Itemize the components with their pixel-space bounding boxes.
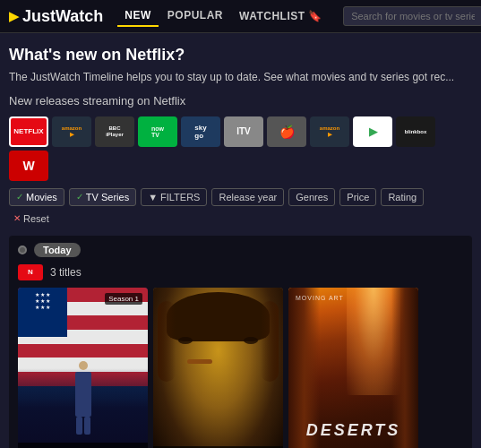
nav-new[interactable]: NEW (117, 5, 159, 27)
logo-icon: ▶ (9, 9, 19, 23)
google-play-icon: ▶ (369, 125, 377, 138)
netflix-timeline-badge: N (18, 264, 43, 280)
timeline-dot (18, 246, 27, 254)
main-nav: NEW POPULAR WATCHLIST 🔖 (117, 5, 329, 27)
nav-watchlist[interactable]: WATCHLIST 🔖 (232, 5, 329, 27)
movies-filter-label: Movies (26, 192, 57, 202)
page-title: What's new on Netflix? (9, 46, 472, 65)
tv-series-filter-label: TV Series (86, 192, 129, 202)
filters-label: FILTERS (160, 192, 200, 202)
service-google[interactable]: ▶ (353, 116, 392, 147)
amazon2-label: amazon▶ (320, 125, 339, 138)
moving-art-badge: MOVING ART (296, 295, 344, 301)
movie-card-designated-survivor[interactable]: ★★★★★★★★★ Season 1 (18, 288, 148, 448)
reset-button[interactable]: ✕ Reset (9, 211, 54, 227)
reset-label: Reset (23, 213, 49, 224)
tv-series-filter[interactable]: ✓ TV Series (69, 188, 136, 206)
movie-card-deserts[interactable]: MOVING ART DESERTS (288, 288, 418, 448)
sky-label: skygo (194, 124, 206, 140)
filter-funnel-icon: ▼ (148, 192, 158, 202)
timeline-section: Today N 3 titles (9, 236, 472, 448)
netflix-badge-label: N (28, 268, 33, 276)
page-description: The JustWatch Timeline helps you to stay… (9, 70, 472, 85)
apple-icon: 🍎 (279, 125, 295, 139)
logo-text: JustWatch (22, 7, 103, 26)
service-sky[interactable]: skygo (181, 116, 220, 147)
timeline-today-badge: Today (34, 243, 81, 257)
movie-card-knights-tale[interactable]: A KNIGHT'S TALE (153, 288, 283, 448)
movie-cards: ★★★★★★★★★ Season 1 (18, 288, 463, 448)
amazon-label: amazon▶ (62, 125, 82, 138)
movies-check-icon: ✓ (16, 192, 23, 202)
movies-filter[interactable]: ✓ Movies (9, 188, 64, 206)
nav-popular[interactable]: POPULAR (160, 5, 230, 27)
release-year-button[interactable]: Release year (211, 188, 284, 206)
designated-title-overlay: DESIGNATEDSURVIVOR (18, 443, 148, 448)
filters-button[interactable]: ▼ FILTERS (141, 188, 207, 206)
logo[interactable]: ▶ JustWatch (9, 7, 103, 26)
price-button[interactable]: Price (339, 188, 376, 206)
blinkbox-label: blinkbox (405, 129, 427, 134)
search-input[interactable] (343, 6, 481, 26)
season-badge-label: Season 1 (108, 295, 139, 303)
w-label: W (22, 159, 34, 173)
bookmark-icon: 🔖 (308, 10, 322, 22)
nav-watchlist-label: WATCHLIST (239, 10, 305, 22)
main-content: What's new on Netflix? The JustWatch Tim… (0, 33, 481, 448)
service-w[interactable]: W (9, 151, 48, 181)
season-badge: Season 1 (105, 293, 142, 305)
service-amazon[interactable]: amazon▶ (52, 116, 91, 147)
bbc-label: BBCiPlayer (106, 125, 124, 137)
moving-art-label: MOVING ART (296, 295, 344, 301)
timeline-date-row: Today (18, 243, 463, 257)
genres-button[interactable]: Genres (288, 188, 335, 206)
rating-button[interactable]: Rating (381, 188, 424, 206)
service-badge-row: N 3 titles (18, 264, 463, 280)
nowtv-label: nowTV (151, 125, 164, 138)
netflix-label: NETFLIX (13, 127, 43, 135)
service-blinkbox[interactable]: blinkbox (396, 116, 435, 147)
titles-count: 3 titles (50, 266, 82, 279)
deserts-title-container: DESERTS (288, 421, 418, 440)
tv-check-icon: ✓ (76, 192, 83, 202)
filter-row: ✓ Movies ✓ TV Series ▼ FILTERS Release y… (9, 188, 472, 227)
itv-label: ITV (236, 126, 251, 136)
service-nowtv[interactable]: nowTV (138, 116, 177, 147)
deserts-title: DESERTS (288, 421, 418, 440)
service-bbc[interactable]: BBCiPlayer (95, 116, 134, 147)
services-row: NETFLIX amazon▶ BBCiPlayer nowTV skygo I… (9, 116, 472, 181)
service-amazon2[interactable]: amazon▶ (310, 116, 349, 147)
service-apple[interactable]: 🍎 (267, 116, 306, 147)
page-subtitle: New releases streaming on Netflix (9, 94, 472, 108)
service-netflix[interactable]: NETFLIX (9, 116, 48, 147)
header: ▶ JustWatch NEW POPULAR WATCHLIST 🔖 (0, 0, 481, 33)
service-itv[interactable]: ITV (224, 116, 263, 147)
reset-x-icon: ✕ (13, 213, 21, 223)
